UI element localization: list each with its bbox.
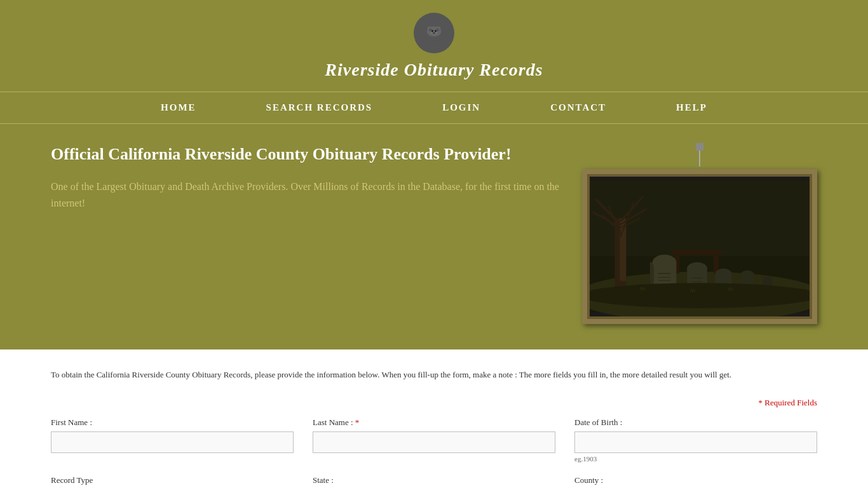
record-type-group: Record Type USA California Obituary Re U…	[51, 475, 294, 488]
svg-point-8	[435, 30, 437, 32]
site-header: Riverside Obituary Records HOME SEARCH R…	[0, 0, 868, 124]
form-row-1: First Name : Last Name : * Date of Birth…	[51, 417, 817, 463]
hero-subtitle: One of the Largest Obituary and Death Ar…	[51, 179, 563, 211]
first-name-label: First Name :	[51, 417, 294, 428]
last-name-label: Last Name : *	[313, 417, 555, 428]
search-form: First Name : Last Name : * Date of Birth…	[51, 417, 817, 488]
svg-rect-10	[426, 39, 430, 43]
date-of-birth-hint: eg.1903	[574, 455, 817, 463]
main-content: To obtain the California Riverside Count…	[0, 349, 868, 488]
svg-rect-11	[431, 40, 435, 44]
hero-section: Official California Riverside County Obi…	[0, 124, 868, 349]
nav-home[interactable]: HOME	[126, 92, 231, 123]
svg-rect-12	[436, 40, 440, 44]
svg-rect-28	[672, 250, 722, 255]
nav-help[interactable]: HELP	[641, 92, 742, 123]
site-title: Riverside Obituary Records	[0, 60, 868, 80]
nav-login[interactable]: LOGIN	[407, 92, 515, 123]
date-of-birth-input[interactable]	[574, 431, 817, 453]
last-name-input[interactable]	[313, 431, 555, 453]
bear-icon	[418, 20, 450, 46]
svg-point-47	[590, 283, 810, 308]
county-group: County : Riverside Los Angeles San Diego…	[574, 475, 817, 488]
nav-search-records[interactable]: SEARCH RECORDS	[231, 92, 408, 123]
last-name-group: Last Name : *	[313, 417, 555, 453]
hero-image-container	[582, 143, 817, 324]
last-name-required-star: *	[355, 417, 360, 427]
intro-text: To obtain the California Riverside Count…	[51, 369, 817, 382]
cemetery-image	[590, 177, 810, 316]
nav-contact[interactable]: CONTACT	[515, 92, 641, 123]
first-name-group: First Name :	[51, 417, 294, 453]
county-label: County :	[574, 475, 817, 485]
svg-rect-13	[440, 39, 444, 43]
first-name-input[interactable]	[51, 431, 294, 453]
record-type-label: Record Type	[51, 475, 294, 485]
hero-title: Official California Riverside County Obi…	[51, 143, 563, 166]
nail	[696, 143, 703, 151]
hero-text: Official California Riverside County Obi…	[51, 143, 563, 212]
state-group: State : California Alabama Alaska Arizon…	[313, 475, 555, 488]
wire	[699, 151, 700, 166]
logo	[414, 13, 454, 53]
svg-point-44	[740, 271, 754, 280]
date-of-birth-label: Date of Birth :	[574, 417, 817, 428]
svg-point-42	[715, 269, 732, 279]
date-of-birth-group: Date of Birth : eg.1903	[574, 417, 817, 463]
nav-bar: HOME SEARCH RECORDS LOGIN CONTACT HELP	[0, 92, 868, 124]
svg-point-33	[653, 255, 677, 270]
cemetery-svg	[590, 177, 810, 316]
form-row-2: Record Type USA California Obituary Re U…	[51, 475, 817, 488]
svg-point-38	[687, 262, 707, 275]
svg-point-7	[431, 30, 433, 32]
picture-frame	[582, 169, 817, 324]
required-note: * Required Fields	[51, 398, 817, 408]
svg-point-9	[433, 32, 436, 34]
state-label: State :	[313, 475, 555, 485]
svg-point-46	[763, 276, 773, 283]
